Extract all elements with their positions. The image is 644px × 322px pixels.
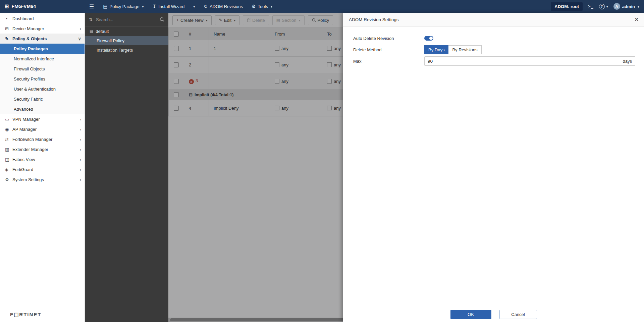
sidebar-item-extender-manager[interactable]: ▥ Extender Manager › xyxy=(0,144,85,154)
cli-console-icon[interactable]: >_ xyxy=(588,4,593,9)
tree-item-firewall-policy[interactable]: Firewall Policy xyxy=(85,36,168,45)
product-name: FMG-VM64 xyxy=(12,4,36,9)
tree-item-label: Installation Targets xyxy=(97,48,133,53)
panel-footer: OK Cancel xyxy=(343,307,644,322)
caret-down-icon: ▾ xyxy=(271,5,272,8)
chevron-right-icon: › xyxy=(80,137,81,142)
sidebar-item-dashboard[interactable]: ◔ Dashboard xyxy=(0,13,85,23)
sidebar-item-policy-objects[interactable]: ✎ Policy & Objects ∨ xyxy=(0,34,85,44)
sidebar-item-label: Fabric View xyxy=(12,157,78,162)
chevron-right-icon: › xyxy=(80,147,81,152)
extender-icon: ▥ xyxy=(5,147,12,152)
sidebar-item-label: Policy & Objects xyxy=(12,36,76,41)
chevron-right-icon: › xyxy=(80,117,81,122)
ok-button[interactable]: OK xyxy=(450,310,491,319)
sidebar-item-label: User & Authentication xyxy=(14,87,81,92)
help-menu[interactable]: ? ▾ xyxy=(599,4,608,9)
sidebar-item-firewall-objects[interactable]: Firewall Objects xyxy=(0,64,85,74)
sidebar-item-label: Advanced xyxy=(14,107,81,112)
cancel-button[interactable]: Cancel xyxy=(499,310,537,319)
menu-install-wizard-label: Install Wizard xyxy=(158,4,184,9)
package-icon: ▤ xyxy=(90,29,93,34)
caret-down-icon[interactable]: ▾ xyxy=(193,5,195,8)
caret-down-icon: ▾ xyxy=(142,5,144,8)
delete-method-label: Delete Method xyxy=(353,47,424,52)
system-settings-gear-icon: ⚙ xyxy=(5,177,12,182)
topbar-right-cluster: ADOM: root >_ ? ▾ A admin ▾ xyxy=(551,2,639,11)
revisions-icon: ↻ xyxy=(204,4,208,9)
vpn-manager-icon: ▭ xyxy=(5,117,12,122)
by-revisions-option[interactable]: By Revisions xyxy=(448,45,481,54)
search-input[interactable] xyxy=(95,17,157,22)
tree-item-label: Firewall Policy xyxy=(97,38,124,43)
sidebar-item-label: System Settings xyxy=(12,177,78,182)
chevron-right-icon: › xyxy=(80,167,81,172)
sidebar-item-label: Security Profiles xyxy=(14,76,81,82)
chevron-down-icon: ∨ xyxy=(78,36,81,41)
sidebar-item-label: AP Manager xyxy=(12,127,78,132)
sidebar-item-device-manager[interactable]: ⊞ Device Manager › xyxy=(0,23,85,34)
auto-delete-toggle[interactable] xyxy=(424,36,433,41)
username: admin xyxy=(622,4,635,9)
sidebar-item-fabric-view[interactable]: ◫ Fabric View › xyxy=(0,154,85,164)
chevron-right-icon: › xyxy=(80,26,81,31)
avatar: A xyxy=(613,3,620,10)
menu-tools[interactable]: ⚙ Tools ▾ xyxy=(247,0,277,13)
max-days-input[interactable] xyxy=(424,56,635,66)
menu-adom-revisions-label: ADOM Revisions xyxy=(210,4,243,9)
tree-item-default-package[interactable]: ▤ default xyxy=(85,26,168,36)
policy-objects-icon: ✎ xyxy=(5,36,12,41)
delete-method-row: Delete Method By Days By Revisions xyxy=(353,45,635,55)
grid-logo-icon: ⊞ xyxy=(5,3,9,9)
hamburger-menu-icon[interactable]: ☰ xyxy=(85,3,99,10)
adom-selector[interactable]: ADOM: root xyxy=(551,2,583,11)
sidebar-item-advanced[interactable]: Advanced xyxy=(0,104,85,114)
top-bar: ⊞ FMG-VM64 ☰ ▤ Policy Package ▾ ↧ Instal… xyxy=(0,0,644,13)
fortiguard-shield-icon: ◈ xyxy=(5,167,12,172)
auto-delete-revision-row: Auto Delete Revision xyxy=(353,33,635,43)
adom-revision-settings-panel: ADOM Revision Settings × Auto Delete Rev… xyxy=(343,13,644,322)
sidebar-item-label: FortiGuard xyxy=(12,167,78,172)
close-icon[interactable]: × xyxy=(635,16,638,22)
max-label: Max xyxy=(353,59,424,64)
by-days-option[interactable]: By Days xyxy=(424,45,448,54)
sidebar-item-fortiguard[interactable]: ◈ FortiGuard › xyxy=(0,164,85,174)
sidebar-item-system-settings[interactable]: ⚙ System Settings › xyxy=(0,174,85,184)
caret-down-icon: ▾ xyxy=(606,5,608,8)
sidebar-item-label: Firewall Objects xyxy=(14,66,81,71)
package-icon: ▤ xyxy=(103,4,107,9)
input-suffix-days: days xyxy=(623,59,632,64)
sidebar-item-label: Security Fabric xyxy=(14,97,81,102)
product-brand[interactable]: ⊞ FMG-VM64 xyxy=(5,3,85,9)
sidebar-item-security-fabric[interactable]: Security Fabric xyxy=(0,94,85,104)
sidebar-item-label: Policy Packages xyxy=(14,46,81,51)
panel-body: Auto Delete Revision Delete Method By Da… xyxy=(343,26,644,307)
sidebar-item-label: Normalized Interface xyxy=(14,56,81,61)
menu-policy-package-label: Policy Package xyxy=(110,4,140,9)
fabric-view-icon: ◫ xyxy=(5,157,12,162)
sidebar-item-ap-manager[interactable]: ◉ AP Manager › xyxy=(0,124,85,134)
delete-method-segmented-control: By Days By Revisions xyxy=(424,45,482,54)
menu-adom-revisions[interactable]: ↻ ADOM Revisions xyxy=(199,0,247,13)
tree-item-installation-targets[interactable]: Installation Targets xyxy=(85,45,168,55)
sidebar-item-normalized-interface[interactable]: Normalized Interface xyxy=(0,54,85,64)
sidebar-item-fortiswitch-manager[interactable]: ⇄ FortiSwitch Manager › xyxy=(0,134,85,144)
package-tree-panel: ⇅ ▤ default Firewall Policy Installation… xyxy=(85,13,168,322)
menu-install-wizard[interactable]: ↧ Install Wizard ▾ xyxy=(148,0,200,13)
sidebar-item-label: Dashboard xyxy=(12,16,81,21)
panel-title: ADOM Revision Settings xyxy=(349,17,399,22)
sidebar-nav: ◔ Dashboard ⊞ Device Manager › ✎ Policy … xyxy=(0,13,85,307)
sort-icon[interactable]: ⇅ xyxy=(89,17,93,22)
chevron-right-icon: › xyxy=(80,127,81,132)
sidebar-item-policy-packages[interactable]: Policy Packages xyxy=(0,44,85,54)
sidebar-item-vpn-manager[interactable]: ▭ VPN Manager › xyxy=(0,114,85,124)
sidebar-item-security-profiles[interactable]: Security Profiles xyxy=(0,74,85,84)
menu-policy-package[interactable]: ▤ Policy Package ▾ xyxy=(99,0,148,13)
menu-tools-label: Tools xyxy=(258,4,268,9)
sidebar-item-user-authentication[interactable]: User & Authentication xyxy=(0,84,85,94)
tree-search-bar: ⇅ xyxy=(85,13,168,26)
auto-delete-revision-label: Auto Delete Revision xyxy=(353,36,424,41)
search-icon[interactable] xyxy=(160,17,164,22)
user-menu[interactable]: A admin ▾ xyxy=(613,3,639,10)
sidebar: ◔ Dashboard ⊞ Device Manager › ✎ Policy … xyxy=(0,13,85,322)
